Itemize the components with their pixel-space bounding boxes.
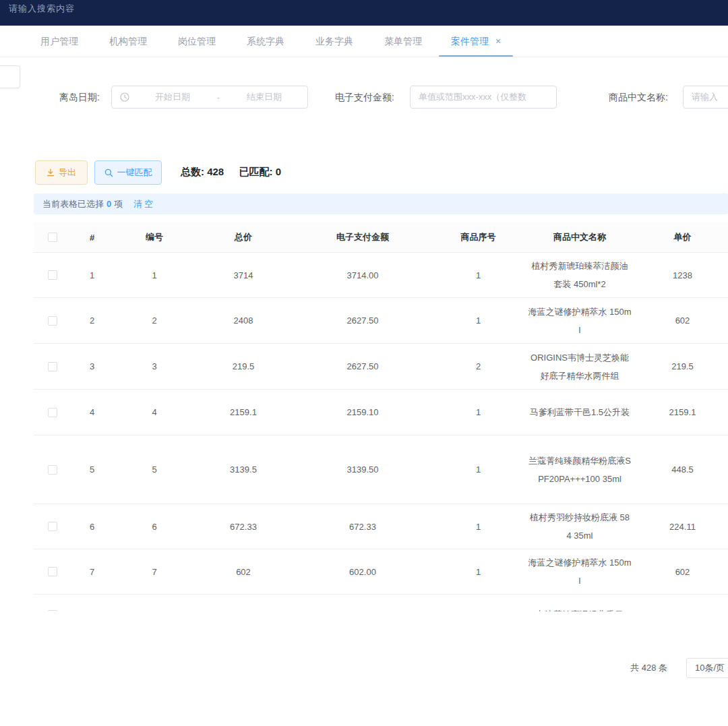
cell-product-name: 马爹利蓝带干邑1.5公升装 [522, 390, 637, 435]
table-row: 4 4 2159.1 2159.10 1 马爹利蓝带干邑1.5公升装 2159.… [34, 390, 728, 435]
cell-code: 1 [113, 253, 195, 297]
collapsed-panel-stub[interactable] [0, 65, 20, 88]
payment-amount-input[interactable]: 单值或范围xxx-xxx（仅整数 [410, 86, 557, 109]
cell-unit-price: 1238 [637, 253, 728, 297]
tab-item[interactable]: 业务字典 [300, 26, 369, 57]
row-checkbox[interactable] [48, 270, 57, 280]
cell-product-seq: 1 [434, 435, 522, 504]
cell-index: 7 [71, 549, 113, 594]
match-button-label: 一键匹配 [117, 167, 152, 179]
row-checkbox[interactable] [48, 567, 57, 576]
total-count-label: 总数: [181, 166, 204, 177]
date-filter-label: 离岛日期: [59, 92, 100, 104]
cell-total-price: 1393.47 [195, 595, 291, 611]
tab-item[interactable]: 岗位管理 [162, 26, 231, 57]
row-checkbox[interactable] [48, 408, 57, 417]
data-table: # 编号 总价 电子支付金额 商品序号 商品中文名称 单价 1 1 3714 3… [34, 222, 728, 611]
cell-product-name: ORIGINS韦博士灵芝焕能好底子精华水两件组 [522, 344, 637, 389]
cell-total-price: 672.33 [195, 504, 291, 549]
cell-product-name: 兰蔻菁纯臻颜精华粉底液SPF20PA+++100 35ml [522, 435, 637, 504]
select-all-checkbox[interactable] [48, 233, 57, 242]
cell-index: 4 [71, 390, 113, 435]
cell-index: 8 [71, 595, 113, 611]
topbar: 请输入搜索内容 [0, 0, 728, 26]
cell-index: 2 [71, 298, 113, 343]
start-date-input[interactable]: 开始日期 [129, 91, 216, 103]
cell-epayment: 672.33 [291, 504, 434, 549]
cell-unit-price: 2159.1 [637, 390, 728, 435]
cell-product-seq: 1 [434, 253, 522, 297]
product-name-filter-label: 商品中文名称: [609, 92, 668, 104]
column-header-product-name: 商品中文名称 [522, 222, 637, 252]
cell-total-price: 2408 [195, 298, 291, 343]
table-row: 6 6 672.33 672.33 1 植村秀羽纱持妆粉底液 584 35ml … [34, 504, 728, 549]
date-range-separator: - [216, 92, 221, 102]
tab-close-icon[interactable]: × [495, 36, 501, 46]
tab-bar: 用户管理 机构管理 岗位管理 系统字典 业务字典 菜单管理 案件管理 × [0, 26, 728, 57]
cell-code: 6 [113, 504, 195, 549]
tab-case-management-active[interactable]: 案件管理 × [437, 26, 514, 57]
table-row: 3 3 219.5 2627.50 2 ORIGINS韦博士灵芝焕能好底子精华水… [34, 344, 728, 390]
cell-epayment: 3714.00 [291, 253, 434, 297]
column-header-epayment: 电子支付金额 [291, 222, 434, 252]
search-icon [104, 169, 113, 177]
cell-product-name: 卡诗菁纯亮泽经典香氛 [522, 595, 637, 611]
cell-epayment: 2159.10 [291, 390, 434, 435]
filter-bar: 离岛日期: 开始日期 - 结束日期 电子支付金额: 单值或范围xxx-xxx（仅… [0, 86, 728, 110]
cell-total-price: 2159.1 [195, 390, 291, 435]
one-click-match-button[interactable]: 一键匹配 [94, 160, 162, 185]
cell-total-price: 219.5 [195, 344, 291, 389]
cell-product-seq: 1 [434, 504, 522, 549]
product-input-placeholder: 请输入 [692, 91, 718, 103]
cell-index: 1 [71, 253, 113, 297]
cell-product-seq: 2 [434, 344, 522, 389]
export-button[interactable]: 导出 [35, 160, 88, 185]
row-checkbox[interactable] [48, 362, 57, 371]
cell-code: 3 [113, 344, 195, 389]
cell-unit-price: 463.82 [637, 595, 728, 611]
cell-unit-price: 219.5 [637, 344, 728, 389]
cell-unit-price: 224.11 [637, 504, 728, 549]
clear-selection-link[interactable]: 清空 [133, 198, 155, 210]
table-row: 7 7 602 602.00 1 海蓝之谜修护精萃水 150ml 602 [34, 549, 728, 595]
row-checkbox[interactable] [48, 522, 57, 531]
page: { "topbar": { "search_placeholder": "请输入… [0, 0, 728, 726]
cell-total-price: 3714 [195, 253, 291, 297]
cell-code: 2 [113, 298, 195, 343]
clock-icon [120, 92, 129, 102]
product-name-input[interactable]: 请输入 [683, 86, 728, 109]
end-date-input[interactable]: 结束日期 [221, 91, 307, 103]
selection-prefix: 当前表格已选择 [42, 198, 104, 210]
row-checkbox[interactable] [48, 465, 57, 475]
table-row: 8 8 1393.47 1393.47 1 卡诗菁纯亮泽经典香氛 463.82 [34, 595, 728, 611]
tab-item[interactable]: 机构管理 [94, 26, 162, 57]
column-header-total-price: 总价 [195, 222, 291, 252]
tab-item[interactable]: 用户管理 [25, 26, 94, 57]
payment-input-placeholder: 单值或范围xxx-xxx（仅整数 [419, 91, 526, 103]
page-size-select[interactable]: 10条/页 [686, 658, 728, 678]
cell-epayment: 2627.50 [291, 344, 434, 389]
tab-item[interactable]: 菜单管理 [369, 26, 437, 57]
cell-product-seq: 1 [434, 595, 522, 611]
selection-count: 0 [104, 199, 114, 209]
table-row: 2 2 2408 2627.50 1 海蓝之谜修护精萃水 150ml 602 [34, 298, 728, 344]
row-checkbox[interactable] [48, 316, 57, 326]
table-row: 5 5 3139.5 3139.50 1 兰蔻菁纯臻颜精华粉底液SPF20PA+… [34, 435, 728, 504]
date-range-picker[interactable]: 开始日期 - 结束日期 [111, 86, 308, 109]
active-tab-underline [439, 55, 513, 57]
row-checkbox[interactable] [48, 610, 57, 612]
global-search-input[interactable]: 请输入搜索内容 [9, 3, 75, 15]
cell-code: 7 [113, 549, 195, 594]
cell-index: 5 [71, 435, 113, 504]
table-header: # 编号 总价 电子支付金额 商品序号 商品中文名称 单价 [34, 222, 728, 253]
cell-unit-price: 602 [637, 298, 728, 343]
cell-product-name: 海蓝之谜修护精萃水 150ml [522, 549, 637, 594]
tab-item[interactable]: 系统字典 [231, 26, 300, 57]
column-header-code: 编号 [113, 222, 195, 252]
download-icon [47, 169, 55, 177]
cell-epayment: 2627.50 [291, 298, 434, 343]
cell-product-seq: 1 [434, 298, 522, 343]
cell-index: 3 [71, 344, 113, 389]
toolbar: 导出 一键匹配 总数: 428 已匹配: 0 [0, 160, 728, 185]
column-header-index: # [71, 222, 113, 252]
